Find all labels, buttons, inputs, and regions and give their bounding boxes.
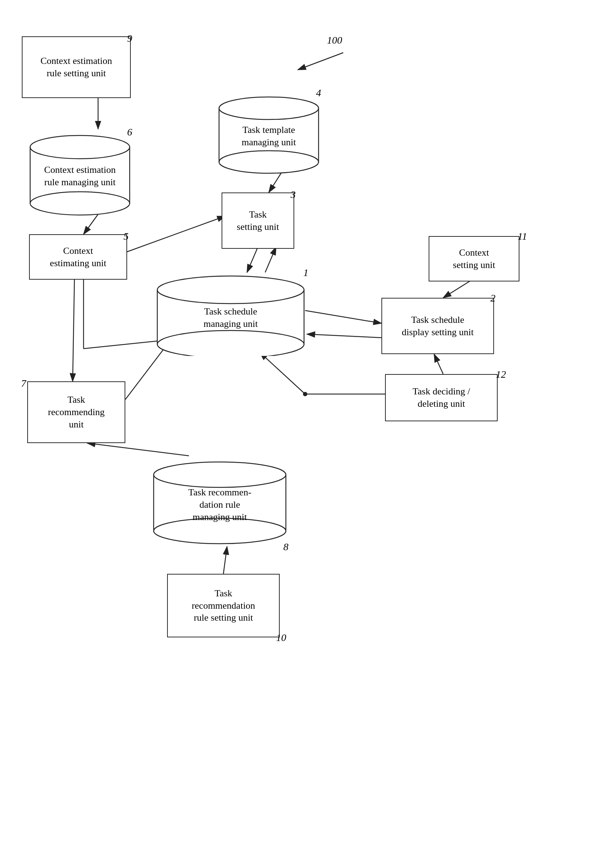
node9-num: 9	[127, 33, 132, 44]
node12-box: Task deciding /deleting unit	[385, 374, 498, 421]
svg-line-20	[87, 443, 189, 456]
svg-line-21	[223, 546, 227, 574]
svg-point-27	[219, 151, 319, 173]
svg-line-6	[247, 247, 258, 272]
node11-box: Contextsetting unit	[429, 236, 520, 282]
label-100: 100	[327, 34, 342, 46]
svg-line-18	[73, 278, 74, 381]
node8-cylinder: Task recommen-dation rulemanaging unit	[152, 456, 287, 546]
node11-label: Contextsetting unit	[453, 247, 495, 271]
node6-num: 6	[127, 126, 132, 138]
node6-label: Context estimationrule managing unit	[39, 153, 121, 192]
svg-line-9	[305, 310, 381, 323]
svg-line-10	[307, 334, 383, 338]
svg-line-14	[260, 352, 305, 394]
node4-num: 4	[316, 87, 321, 99]
svg-line-7	[265, 247, 276, 272]
node4-label: Task templatemanaging unit	[236, 113, 301, 152]
diagram: 100 Context estimationrule setting unit …	[0, 0, 595, 868]
node3-num: 3	[291, 189, 296, 201]
node1-cylinder: Task schedulemanaging unit	[156, 272, 305, 356]
node4-cylinder: Task templatemanaging unit	[218, 91, 320, 174]
svg-line-5	[269, 173, 282, 192]
svg-line-4	[84, 214, 98, 234]
node12-num: 12	[496, 369, 506, 380]
node10-num: 10	[276, 632, 286, 644]
node5-label: Contextestimating unit	[50, 245, 106, 270]
node3-label: Tasksetting unit	[237, 208, 279, 233]
node2-label: Task scheduledisplay setting unit	[402, 314, 474, 338]
svg-line-22	[298, 53, 343, 70]
node5-box: Contextestimating unit	[29, 234, 127, 280]
svg-point-30	[157, 331, 304, 356]
svg-point-24	[30, 192, 130, 215]
node1-num: 1	[303, 267, 309, 279]
node7-num: 7	[21, 378, 26, 389]
node12-label: Task deciding /deleting unit	[413, 385, 470, 410]
node11-num: 11	[518, 230, 527, 242]
svg-line-12	[434, 354, 443, 374]
node3-box: Tasksetting unit	[221, 192, 294, 249]
svg-point-15	[303, 392, 307, 396]
node1-label: Task schedulemanaging unit	[198, 295, 263, 334]
node10-box: Taskrecommendationrule setting unit	[167, 574, 280, 638]
node5-num: 5	[124, 230, 128, 242]
node6-cylinder: Context estimationrule managing unit	[29, 129, 131, 216]
node7-label: Taskrecommendingunit	[48, 394, 105, 430]
node10-label: Taskrecommendationrule setting unit	[192, 587, 255, 624]
svg-line-11	[443, 280, 472, 298]
node8-label: Task recommen-dation rulemanaging unit	[183, 475, 257, 527]
node8-num: 8	[283, 541, 288, 553]
node9-box: Context estimationrule setting unit	[22, 36, 131, 98]
node7-box: Taskrecommendingunit	[27, 381, 125, 443]
node2-box: Task scheduledisplay setting unit	[381, 298, 494, 354]
node2-num: 2	[490, 292, 496, 304]
svg-line-8	[125, 216, 225, 252]
node9-label: Context estimationrule setting unit	[40, 55, 112, 80]
